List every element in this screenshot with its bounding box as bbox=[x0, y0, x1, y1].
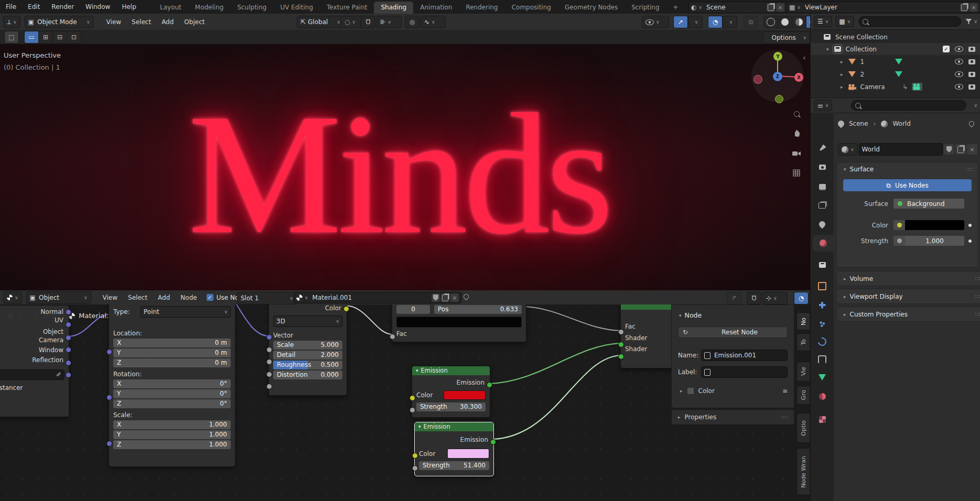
socket-noise-distortion[interactable] bbox=[266, 384, 272, 389]
menu-help[interactable]: Help bbox=[116, 0, 142, 14]
noise-scale-field[interactable]: Scale5.000 bbox=[273, 341, 342, 350]
select-mode-subtract[interactable]: ⊟ bbox=[53, 31, 67, 43]
gizmo-dropdown[interactable]: ∨ bbox=[688, 16, 703, 28]
delete-scene-button[interactable]: × bbox=[776, 3, 784, 12]
world-copy-button[interactable] bbox=[955, 144, 966, 155]
disable-in-renders-icon[interactable] bbox=[968, 72, 975, 77]
viewport-display-panel[interactable]: ▸ Viewport Display ∷∷ bbox=[836, 289, 980, 304]
ramp-position-field[interactable]: Pos0.633 bbox=[434, 305, 522, 314]
transform-orientation-dropdown[interactable]: ⇱ Global ∨ bbox=[297, 16, 344, 28]
tab-texture-paint[interactable]: Texture Paint bbox=[320, 2, 374, 14]
node-editor-canvas[interactable]: ▣ 1 › ▽ Text › Material.001 Normal UV Ob… bbox=[0, 304, 810, 501]
scale-x-field[interactable]: X1.000 bbox=[113, 420, 231, 429]
tab-layout[interactable]: Layout bbox=[153, 2, 188, 14]
shader-menu-node[interactable]: Node bbox=[175, 294, 202, 301]
collection-checkbox[interactable]: ✓ bbox=[943, 46, 950, 52]
socket-noise-roughness[interactable] bbox=[266, 372, 272, 377]
options-dropdown[interactable]: Options ∨ bbox=[763, 31, 810, 44]
select-mode-extend[interactable]: ⊞ bbox=[39, 31, 53, 43]
shading-wireframe-button[interactable] bbox=[763, 16, 778, 28]
menu-file[interactable]: File bbox=[0, 0, 22, 14]
gizmo-minus-y-axis[interactable] bbox=[775, 95, 783, 103]
drag-grip-icon[interactable]: ∷∷ bbox=[781, 415, 789, 420]
rotation-z-field[interactable]: Z0° bbox=[113, 399, 231, 408]
show-object-types-dropdown[interactable]: ∨ bbox=[642, 16, 669, 28]
gizmo-z-axis[interactable]: Z bbox=[773, 72, 782, 81]
sidebar-tab-node[interactable]: No bbox=[796, 312, 810, 330]
tab-modifier-properties[interactable] bbox=[811, 297, 834, 313]
color-section-caret[interactable]: ▸ bbox=[680, 388, 683, 394]
socket-mapping-scale[interactable] bbox=[106, 441, 112, 446]
scale-z-field[interactable]: Z1.000 bbox=[113, 440, 231, 449]
shading-solid-button[interactable] bbox=[778, 16, 792, 28]
expand-icon[interactable]: ▾ bbox=[826, 47, 829, 52]
proportional-editing-toggle[interactable]: ◎ bbox=[405, 16, 419, 28]
emission1-header[interactable]: ▾ Emission bbox=[412, 366, 490, 375]
socket-mix-shader2[interactable] bbox=[618, 354, 624, 360]
overlays-dropdown[interactable]: ∨ bbox=[723, 16, 737, 28]
scene-selector[interactable]: ◐∨ Scene × bbox=[688, 2, 787, 13]
socket-mapping-rotation[interactable] bbox=[106, 395, 112, 400]
breadcrumb-world[interactable]: World bbox=[892, 120, 969, 127]
socket-uv[interactable] bbox=[66, 322, 71, 328]
panel-caret-icon[interactable]: ▾ bbox=[679, 313, 682, 318]
unlink-material-button[interactable]: × bbox=[450, 293, 459, 302]
tab-scene-properties[interactable] bbox=[811, 216, 834, 233]
copy-material-button[interactable] bbox=[441, 293, 449, 302]
outliner-row-scene-collection[interactable]: Scene Collection bbox=[811, 31, 980, 43]
ramp-stop-index-field[interactable]: 0 bbox=[396, 305, 430, 314]
noise-roughness-slider[interactable]: Roughness0.500 bbox=[273, 361, 342, 369]
socket-noise-scale[interactable] bbox=[266, 347, 272, 353]
shader-menu-view[interactable]: View bbox=[98, 294, 123, 301]
viewport-menu-object[interactable]: Object bbox=[179, 18, 210, 26]
material-slot-dropdown[interactable]: Slot 1 ∨ bbox=[237, 292, 297, 304]
node-label-field[interactable] bbox=[701, 366, 788, 378]
tab-object-properties[interactable] bbox=[811, 278, 834, 295]
properties-options-dropdown[interactable]: ∨ bbox=[974, 103, 977, 108]
object-picker-field[interactable]: ▣ ✐ bbox=[0, 369, 64, 380]
strength-field[interactable]: 1.000 bbox=[893, 236, 964, 246]
menu-edit[interactable]: Edit bbox=[22, 0, 46, 14]
socket-emission1-color[interactable] bbox=[410, 395, 415, 401]
tab-shading[interactable]: Shading bbox=[374, 2, 413, 14]
node-emission-2[interactable]: ▾ Emission Emission Color Strength51.400 bbox=[414, 422, 494, 476]
hide-in-viewport-icon[interactable] bbox=[955, 71, 963, 77]
shading-material-preview-button[interactable] bbox=[792, 16, 806, 28]
world-unlink-button[interactable]: × bbox=[967, 144, 977, 155]
collapse-caret-icon[interactable]: ▾ bbox=[416, 366, 418, 375]
noise-detail-field[interactable]: Detail2.000 bbox=[273, 351, 342, 360]
world-name-field[interactable]: World bbox=[859, 143, 943, 156]
add-workspace-button[interactable]: + bbox=[666, 2, 685, 14]
tab-animation[interactable]: Animation bbox=[413, 2, 459, 14]
tab-material-properties[interactable] bbox=[811, 388, 834, 405]
show-gizmo-toggle[interactable]: ↗ bbox=[673, 16, 688, 28]
active-tool-select-box[interactable]: ⬚ bbox=[4, 31, 19, 43]
rotation-x-field[interactable]: X0° bbox=[113, 379, 231, 388]
node-snap-to-dropdown[interactable]: ⊹∨ bbox=[762, 292, 788, 304]
location-z-field[interactable]: Z0 m bbox=[113, 358, 231, 367]
fake-user-button[interactable] bbox=[432, 293, 440, 302]
emission1-color-swatch[interactable] bbox=[444, 390, 486, 400]
socket-emission1-output[interactable] bbox=[487, 382, 492, 388]
socket-emission2-output[interactable] bbox=[490, 439, 496, 445]
tab-modeling[interactable]: Modeling bbox=[188, 2, 231, 14]
tab-view-layer-properties[interactable] bbox=[811, 197, 834, 214]
socket-mix-shader1[interactable] bbox=[618, 342, 624, 347]
drag-grip-icon[interactable]: ∷∷ bbox=[975, 311, 980, 317]
volume-panel[interactable]: ▸ Volume ∷∷ bbox=[836, 271, 980, 286]
socket-normal[interactable] bbox=[66, 309, 71, 315]
node-texture-coordinate[interactable]: Normal UV Object Camera Window Reflectio… bbox=[0, 305, 69, 417]
zoom-view-icon[interactable] bbox=[790, 107, 803, 121]
node-noise-texture[interactable]: Color 3D ∨ Vector Scale5.000 Detail2.000… bbox=[268, 304, 347, 396]
hide-in-viewport-icon[interactable] bbox=[955, 46, 963, 52]
gizmo-y-axis[interactable]: Y bbox=[773, 52, 782, 61]
disable-in-renders-icon[interactable] bbox=[968, 47, 975, 52]
custom-properties-panel[interactable]: ▸ Custom Properties ∷∷ bbox=[836, 307, 980, 322]
sidebar-tab-options[interactable]: Optio bbox=[796, 413, 810, 443]
delete-view-layer-button[interactable]: × bbox=[970, 3, 978, 12]
tab-physics-properties[interactable] bbox=[811, 333, 834, 350]
world-color-swatch[interactable] bbox=[905, 220, 964, 230]
socket-noise-detail[interactable] bbox=[266, 359, 272, 365]
new-view-layer-button[interactable] bbox=[960, 3, 968, 12]
socket-noise-vector[interactable] bbox=[266, 334, 272, 340]
